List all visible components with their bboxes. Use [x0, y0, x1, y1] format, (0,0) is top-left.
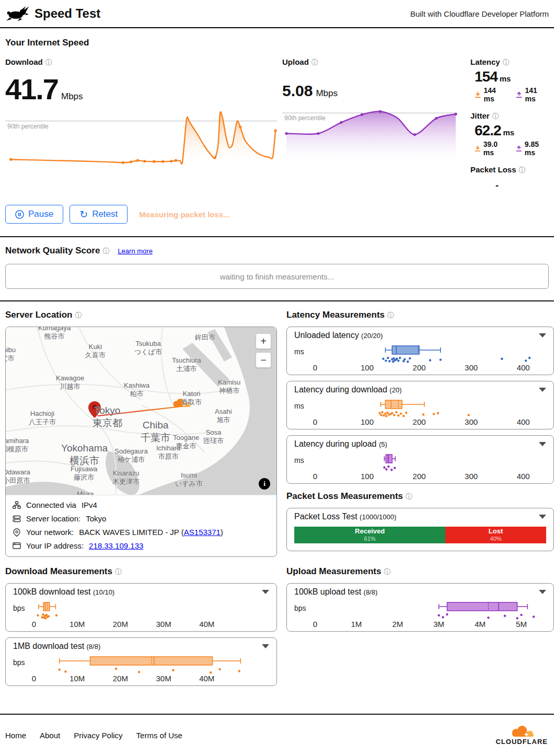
- svg-text:20M: 20M: [113, 620, 128, 629]
- section-packet-loss-measurements: Packet Loss Measurementsⓘ: [286, 491, 554, 502]
- header-tagline: Built with Cloudflare Developer Platform: [410, 9, 549, 18]
- boxplot-chart: 0100200300400: [309, 342, 545, 373]
- section-network-quality-score: Network Quality Score: [5, 246, 100, 256]
- panel-title: Unloaded latency (20/20): [294, 331, 383, 340]
- map-label: Kuki久喜市: [85, 343, 106, 360]
- boxplot-chart: 0100200300400: [309, 451, 545, 481]
- unit-label: ms: [294, 347, 304, 356]
- download-value: 41.7: [5, 73, 58, 106]
- network-icon: [12, 501, 21, 509]
- latency-value: 154: [475, 68, 498, 85]
- map-label: Kashiwa柏市: [124, 381, 149, 399]
- ul-100kb-panel: 100kB upload test (8/8)bps01M2M3M4M5M: [286, 583, 554, 632]
- svg-text:0: 0: [313, 363, 317, 372]
- info-icon[interactable]: ⓘ: [519, 166, 526, 174]
- section-server-location: Server Locationⓘ: [5, 310, 277, 320]
- panel-title: Latency during upload (5): [294, 439, 387, 449]
- footer-link-terms[interactable]: Terms of Use: [136, 731, 182, 740]
- svg-text:3M: 3M: [433, 620, 444, 629]
- pause-button[interactable]: Pause: [5, 205, 63, 224]
- map-label: Kamisu神栖市: [218, 378, 240, 396]
- info-icon[interactable]: ⓘ: [311, 59, 318, 66]
- unit-label: ms: [294, 456, 304, 464]
- server-location-section: Server Locationⓘ: [5, 310, 277, 557]
- map-label: Kumagaya熊谷市: [38, 327, 71, 341]
- waiting-text: waiting to finish measurements...: [220, 272, 334, 281]
- jitter-label: Jitterⓘ: [470, 111, 549, 121]
- footer-link-about[interactable]: About: [40, 731, 60, 740]
- footer-link-privacy[interactable]: Privacy Policy: [74, 731, 122, 740]
- map-attribution-button[interactable]: i: [259, 478, 270, 490]
- latency-upload-value: 141 ms: [525, 86, 549, 103]
- panel-title: 1MB download test (8/8): [13, 642, 100, 651]
- section-upload-measurements: Upload Measurementsⓘ: [286, 566, 554, 577]
- upload-measurements-section: Upload Measurementsⓘ 100kB upload test (…: [286, 566, 554, 692]
- upload-timeseries-chart: 90th percentile: [282, 109, 457, 165]
- upload-value: 5.08: [282, 82, 313, 99]
- network-quality-placeholder-box: waiting to finish measurements...: [5, 264, 549, 289]
- footer-link-home[interactable]: Home: [5, 731, 26, 740]
- ip-address-link[interactable]: 218.33.109.133: [89, 541, 143, 550]
- latency-download-panel: Latency during download (20)ms0100200300…: [286, 381, 554, 429]
- section-download-measurements: Download Measurementsⓘ: [5, 566, 277, 577]
- info-icon[interactable]: ⓘ: [406, 493, 412, 501]
- svg-text:30M: 30M: [156, 674, 171, 683]
- svg-text:200: 200: [413, 363, 426, 372]
- asn-link[interactable]: AS153371: [184, 528, 221, 537]
- svg-text:90th percentile: 90th percentile: [284, 114, 326, 122]
- map-label: Kawagoe川越市: [56, 374, 84, 391]
- server-location-map[interactable]: Kumagaya熊谷市Kuki久喜市Tsukubaつくば市Tsuchiura土浦…: [6, 327, 276, 495]
- learn-more-link[interactable]: Learn more: [118, 247, 152, 255]
- connected-via-value: IPv4: [82, 501, 97, 509]
- map-label: Sosa匝瑳市: [203, 428, 224, 446]
- map-label: Fujisawa藤沢市: [71, 465, 97, 482]
- svg-text:0: 0: [313, 620, 317, 629]
- chevron-down-icon[interactable]: [262, 590, 269, 594]
- chevron-down-icon[interactable]: [539, 442, 546, 446]
- chevron-down-icon[interactable]: [539, 388, 546, 392]
- info-icon[interactable]: ⓘ: [503, 59, 510, 66]
- latency-column: Latencyⓘ 154ms 144 ms 141 ms Jitterⓘ 62.…: [463, 57, 549, 191]
- chevron-down-icon[interactable]: [539, 515, 546, 519]
- info-icon[interactable]: ⓘ: [115, 568, 122, 576]
- svg-text:10M: 10M: [70, 620, 85, 629]
- info-icon[interactable]: ⓘ: [492, 112, 499, 120]
- map-label: Ichihara市原市: [156, 444, 180, 461]
- info-icon[interactable]: ⓘ: [384, 568, 390, 576]
- footer: Home About Privacy Policy Terms of Use C…: [0, 714, 554, 756]
- svg-text:0: 0: [32, 620, 36, 629]
- info-icon[interactable]: ⓘ: [102, 247, 109, 256]
- chevron-down-icon[interactable]: [262, 644, 269, 648]
- svg-text:0: 0: [32, 674, 36, 683]
- svg-text:20M: 20M: [113, 674, 128, 683]
- connected-via-row: Connected via IPv4: [12, 501, 270, 509]
- info-icon[interactable]: ⓘ: [387, 311, 394, 319]
- boxplot-chart: 010M20M30M40M: [28, 653, 264, 683]
- map-zoom-out-button[interactable]: −: [256, 352, 271, 368]
- your-network-row: Your network: BACK WAVES LIMITED - JP (A…: [12, 528, 270, 537]
- retest-button[interactable]: ↻ Retest: [70, 205, 128, 224]
- info-icon[interactable]: ⓘ: [75, 311, 82, 319]
- unit-label: bps: [13, 658, 25, 667]
- svg-text:40M: 40M: [199, 620, 214, 629]
- latency-upload-panel: Latency during upload (5)ms0100200300400: [286, 435, 554, 484]
- map-zoom-in-button[interactable]: +: [256, 333, 271, 349]
- chevron-down-icon[interactable]: [539, 590, 546, 594]
- chevron-down-icon[interactable]: [539, 333, 546, 338]
- upload-arrow-icon: [516, 145, 522, 152]
- packet-loss-bar: Received 61% Lost 40%: [294, 527, 546, 543]
- server-location-card: Kumagaya熊谷市Kuki久喜市Tsukubaつくば市Tsuchiura土浦…: [5, 327, 277, 557]
- map-label: Odawara小田原市: [6, 468, 30, 485]
- dl-100kb-panel: 100kB download test (10/10)bps010M20M30M…: [5, 583, 277, 632]
- section-your-internet-speed: Your Internet Speed: [5, 38, 549, 48]
- info-icon[interactable]: ⓘ: [45, 59, 52, 66]
- svg-text:40M: 40M: [199, 674, 214, 683]
- download-unit: Mbps: [61, 91, 83, 101]
- svg-text:400: 400: [517, 417, 530, 426]
- app-title: Speed Test: [34, 6, 100, 21]
- cloudflare-logo[interactable]: CLOUDFLARE: [495, 725, 548, 746]
- your-ip-row: Your IP address: 218.33.109.133: [12, 541, 270, 550]
- boxplot-chart: 010M20M30M40M: [28, 599, 264, 629]
- jitter-value: 62.2: [475, 122, 501, 138]
- svg-text:300: 300: [465, 472, 478, 481]
